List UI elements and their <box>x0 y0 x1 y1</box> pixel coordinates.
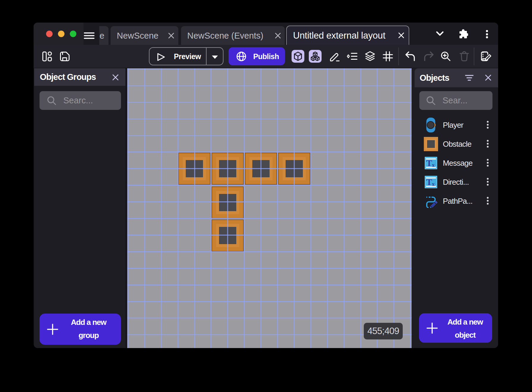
svg-text:T: T <box>426 177 432 187</box>
svg-text:x: x <box>432 181 435 187</box>
svg-text:x: x <box>432 162 435 168</box>
svg-text:T: T <box>426 158 432 168</box>
